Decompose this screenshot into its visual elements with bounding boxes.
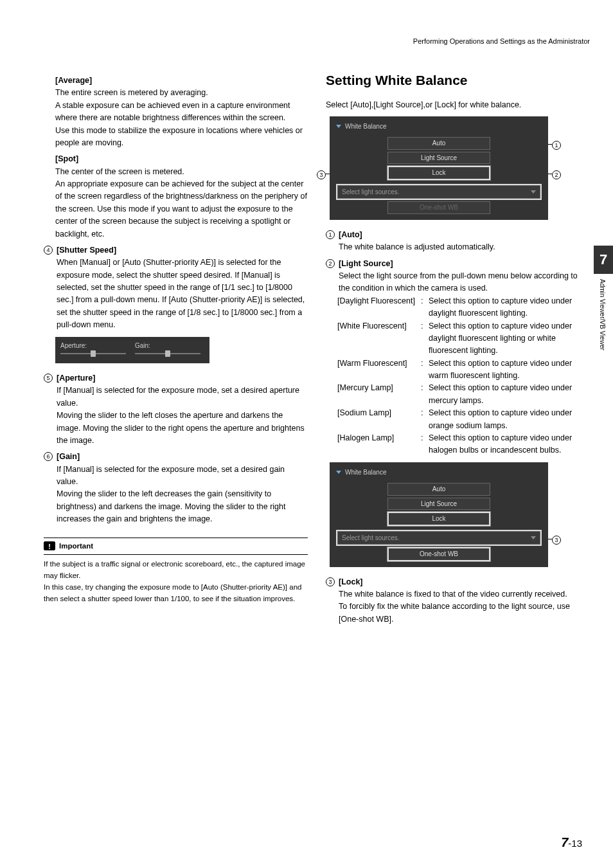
aperture-gain-panel: Aperture: Gain:: [55, 337, 209, 364]
lightsource-intro: Select the light source from the pull-do…: [339, 270, 590, 295]
bullet-2: 2: [326, 259, 335, 268]
breadcrumb: Performing Operations and Settings as th…: [326, 36, 590, 47]
bullet-1: 1: [326, 230, 335, 239]
oneshot-wb-button-2[interactable]: One-shot WB: [387, 547, 490, 561]
average-body: The entire screen is metered by averagin…: [55, 87, 308, 149]
left-column: [Average] The entire screen is metered b…: [44, 36, 308, 810]
section-intro: Select [Auto],[Light Source],or [Lock] f…: [326, 99, 590, 111]
wb-auto-button-2[interactable]: Auto: [387, 483, 490, 496]
chapter-tab: 7: [594, 246, 613, 274]
right-column: Performing Operations and Settings as th…: [326, 36, 590, 810]
lock-body: The white balance is fixed to that of th…: [339, 588, 590, 626]
page-footer: 7-13: [561, 833, 582, 853]
auto-body: The white balance is adjusted automatica…: [339, 241, 495, 253]
wb-lightsource-button[interactable]: Light Source: [387, 152, 490, 165]
important-title: Important: [59, 541, 93, 552]
bullet-4: 4: [44, 246, 53, 255]
spot-title: [Spot]: [55, 154, 78, 163]
wb-panel-1: White Balance Auto Light Source Lock Sel…: [330, 116, 548, 220]
spot-body: The center of the screen is metered. An …: [55, 166, 308, 240]
gain-slider[interactable]: [135, 353, 200, 354]
bullet-5: 5: [44, 374, 53, 383]
gain-body: If [Manual] is selected for the exposure…: [57, 464, 308, 526]
gain-label: Gain:: [135, 342, 150, 349]
chapter-side-label: Admin Viewer/VB Viewer: [598, 279, 608, 350]
important-body: If the subject is a traffic signal or el…: [44, 559, 308, 604]
collapse-icon[interactable]: [336, 471, 341, 474]
bullet-6: 6: [44, 452, 53, 461]
average-title: [Average]: [55, 76, 92, 85]
gain-title: [Gain]: [57, 452, 80, 461]
wb-auto-button[interactable]: Auto: [387, 137, 490, 150]
shutter-body: When [Manual] or [Auto (Shutter-priority…: [57, 257, 308, 331]
wb-lock-button-2[interactable]: Lock: [387, 512, 490, 526]
aperture-title: [Aperture]: [57, 374, 95, 383]
bullet-3: 3: [326, 577, 335, 586]
wb-panel-2: White Balance Auto Light Source Lock Sel…: [330, 462, 548, 567]
wb-lightsource-button-2[interactable]: Light Source: [387, 498, 490, 511]
important-icon: [44, 541, 55, 550]
aperture-label: Aperture:: [60, 342, 87, 349]
collapse-icon[interactable]: [336, 125, 341, 128]
important-note: Important If the subject is a traffic si…: [44, 538, 308, 605]
oneshot-wb-button[interactable]: One-shot WB: [387, 201, 490, 214]
light-source-select[interactable]: Select light sources.: [337, 185, 540, 199]
light-source-select-2[interactable]: Select light sources.: [337, 531, 540, 545]
lock-title: [Lock]: [339, 577, 363, 586]
light-source-table: [Daylight Fluorescent]:Select this optio…: [337, 295, 590, 457]
chevron-down-icon: [531, 190, 536, 194]
auto-title: [Auto]: [339, 230, 362, 239]
chevron-down-icon: [531, 536, 536, 539]
section-heading: Setting White Balance: [326, 70, 590, 91]
lightsource-title: [Light Source]: [339, 259, 393, 268]
wb-panel-title: White Balance: [345, 122, 386, 132]
aperture-slider[interactable]: [60, 353, 126, 354]
shutter-title: [Shutter Speed]: [57, 246, 116, 255]
aperture-body: If [Manual] is selected for the exposure…: [57, 384, 308, 447]
wb-panel-title-2: White Balance: [345, 467, 386, 478]
wb-lock-button[interactable]: Lock: [387, 166, 490, 180]
